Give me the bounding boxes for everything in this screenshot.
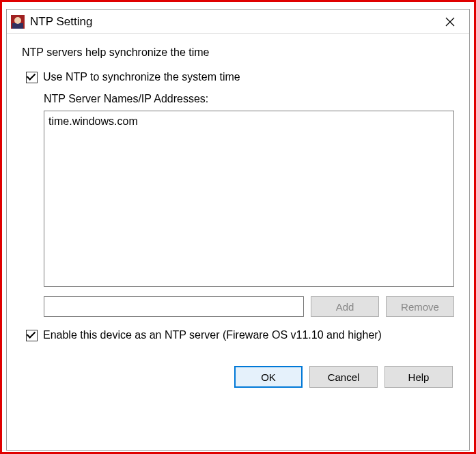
list-item[interactable]: time.windows.com [48,114,449,129]
window-title: NTP Setting [30,15,92,29]
intro-text: NTP servers help synchronize the time [22,46,454,59]
enable-ntp-server-checkbox[interactable] [26,330,38,341]
close-icon [445,17,455,27]
cancel-button[interactable]: Cancel [309,366,378,388]
server-listbox[interactable]: time.windows.com [44,111,454,287]
titlebar: NTP Setting [7,10,469,34]
server-list-label: NTP Server Names/IP Addresses: [44,93,454,105]
help-button[interactable]: Help [384,366,453,388]
app-icon [11,15,25,29]
ok-button[interactable]: OK [234,366,303,388]
close-button[interactable] [436,12,464,31]
enable-ntp-server-label: Enable this device as an NTP server (Fir… [43,329,382,341]
use-ntp-label: Use NTP to synchronize the system time [43,71,240,83]
new-server-input[interactable] [44,296,304,317]
add-button[interactable]: Add [311,296,379,317]
use-ntp-checkbox[interactable] [26,72,38,83]
remove-button[interactable]: Remove [386,296,454,317]
ntp-setting-dialog: NTP Setting NTP servers help synchronize… [6,9,470,451]
